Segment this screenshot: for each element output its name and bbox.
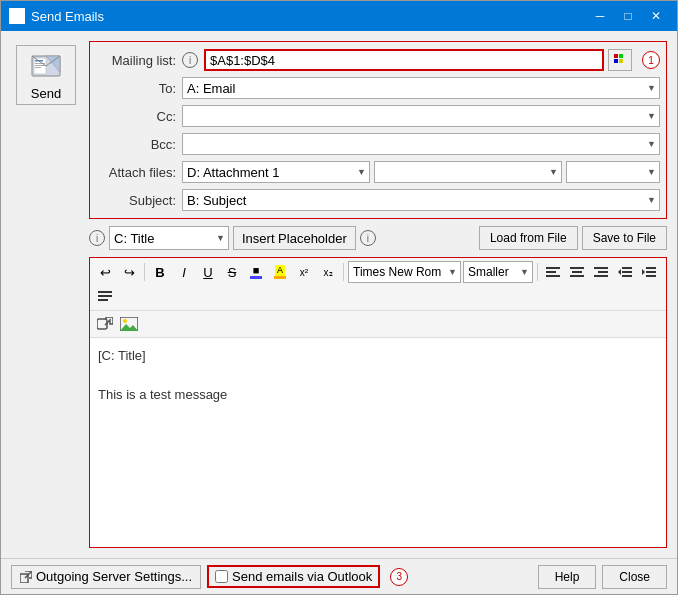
align-left-button[interactable] — [542, 261, 564, 283]
svg-marker-35 — [120, 324, 138, 331]
align-right-button[interactable] — [590, 261, 612, 283]
attach-select2[interactable] — [374, 161, 562, 183]
svg-marker-28 — [642, 269, 645, 275]
superscript-button[interactable]: x² — [293, 261, 315, 283]
mailing-list-info-icon[interactable]: i — [182, 52, 198, 68]
subject-select[interactable]: B: Subject — [182, 189, 660, 211]
indent-decrease-button[interactable] — [614, 261, 636, 283]
justify-icon — [98, 290, 112, 302]
send-emails-window: Send Emails ─ □ ✕ — [0, 0, 678, 595]
highlight-button[interactable]: A — [269, 261, 291, 283]
send-button[interactable]: Send — [16, 45, 76, 105]
attach-select3-wrapper — [566, 161, 660, 183]
editor-line3: This is a test message — [98, 385, 658, 405]
mailing-list-input[interactable] — [204, 49, 604, 71]
svg-rect-11 — [619, 59, 623, 63]
section-badge-3: 3 — [390, 568, 408, 586]
mailing-list-label: Mailing list: — [96, 53, 176, 68]
placeholder-select[interactable]: C: Title — [109, 226, 229, 250]
color-button[interactable]: ■ — [245, 261, 267, 283]
send-button-area: Send — [11, 41, 81, 548]
attach-select3[interactable] — [566, 161, 660, 183]
send-icon — [30, 50, 62, 82]
sep-2 — [343, 263, 344, 281]
editor-info-icon[interactable]: i — [360, 230, 376, 246]
format-toolbar-2 — [90, 311, 666, 338]
close-button[interactable]: Close — [602, 565, 667, 589]
svg-rect-5 — [35, 65, 45, 66]
svg-rect-8 — [614, 54, 618, 58]
svg-rect-6 — [35, 67, 41, 68]
cc-select[interactable] — [182, 105, 660, 127]
svg-rect-12 — [546, 267, 560, 269]
svg-rect-10 — [614, 59, 618, 63]
svg-rect-15 — [570, 267, 584, 269]
bcc-row: Bcc: — [96, 132, 660, 156]
svg-rect-9 — [619, 54, 623, 58]
svg-rect-13 — [546, 271, 556, 273]
svg-rect-18 — [594, 267, 608, 269]
bcc-select-wrapper — [182, 133, 660, 155]
send-outlook-checkbox[interactable] — [215, 570, 228, 583]
outgoing-server-button[interactable]: Outgoing Server Settings... — [11, 565, 201, 589]
align-center-button[interactable] — [566, 261, 588, 283]
placeholder-select-wrapper: C: Title — [109, 226, 229, 250]
svg-rect-30 — [98, 295, 112, 297]
close-window-button[interactable]: ✕ — [643, 3, 669, 29]
indent-decrease-icon — [618, 266, 632, 278]
insert-image-button[interactable] — [118, 313, 140, 335]
cc-label: Cc: — [96, 109, 176, 124]
svg-point-34 — [123, 319, 127, 323]
subject-select-wrapper: B: Subject — [182, 189, 660, 211]
svg-rect-19 — [598, 271, 608, 273]
save-to-file-button[interactable]: Save to File — [582, 226, 667, 250]
subscript-button[interactable]: x₂ — [317, 261, 339, 283]
color-bar — [250, 276, 262, 279]
maximize-button[interactable]: □ — [615, 3, 641, 29]
send-button-label: Send — [31, 86, 61, 101]
svg-rect-23 — [622, 275, 632, 277]
attach-select1[interactable]: D: Attachment 1 — [182, 161, 370, 183]
to-select[interactable]: A: Email — [182, 77, 660, 99]
svg-rect-21 — [622, 267, 632, 269]
insert-placeholder-button[interactable]: Insert Placeholder — [233, 226, 356, 250]
size-select[interactable]: Smaller — [463, 261, 533, 283]
help-button[interactable]: Help — [538, 565, 597, 589]
strikethrough-button[interactable]: S — [221, 261, 243, 283]
indent-increase-icon — [642, 266, 656, 278]
editor-section: ↩ ↪ B I U S ■ — [89, 257, 667, 548]
send-outlook-text: Send emails via Outlook — [232, 569, 372, 584]
load-from-file-button[interactable]: Load from File — [479, 226, 578, 250]
svg-rect-17 — [570, 275, 584, 277]
to-row: To: A: Email — [96, 76, 660, 100]
svg-rect-20 — [594, 275, 608, 277]
color-icon: ■ — [250, 265, 262, 279]
bcc-label: Bcc: — [96, 137, 176, 152]
link-icon — [97, 317, 113, 331]
editor-line1: [C: Title] — [98, 346, 658, 366]
bold-button[interactable]: B — [149, 261, 171, 283]
undo-button[interactable]: ↩ — [94, 261, 116, 283]
indent-increase-button[interactable] — [638, 261, 660, 283]
insert-link-button[interactable] — [94, 313, 116, 335]
minimize-button[interactable]: ─ — [587, 3, 613, 29]
subject-row: Subject: B: Subject — [96, 188, 660, 212]
toolbar-info-icon[interactable]: i — [89, 230, 105, 246]
main-area: Send Mailing list: i — [11, 41, 667, 548]
cc-row: Cc: — [96, 104, 660, 128]
justify-button[interactable] — [94, 285, 116, 307]
editor-body[interactable]: [C: Title] This is a test message — [90, 338, 666, 547]
svg-rect-26 — [646, 271, 656, 273]
redo-button[interactable]: ↪ — [118, 261, 140, 283]
underline-button[interactable]: U — [197, 261, 219, 283]
send-outlook-label[interactable]: Send emails via Outlook — [207, 565, 380, 588]
align-right-icon — [594, 266, 608, 278]
image-icon — [120, 317, 138, 331]
italic-button[interactable]: I — [173, 261, 195, 283]
font-select[interactable]: Times New Rom — [348, 261, 461, 283]
svg-rect-25 — [646, 267, 656, 269]
bcc-select[interactable] — [182, 133, 660, 155]
external-link-icon — [20, 571, 32, 583]
to-select-wrapper: A: Email — [182, 77, 660, 99]
mailing-list-browse-button[interactable] — [608, 49, 632, 71]
